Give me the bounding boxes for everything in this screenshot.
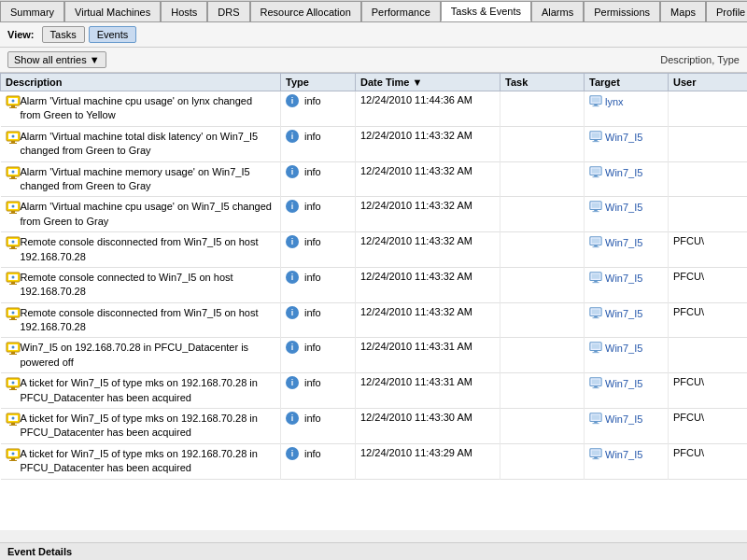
target-vm-icon [589, 376, 602, 391]
cell-datetime: 12/24/2010 11:43:32 AM [356, 126, 500, 161]
target-link[interactable]: Win7_I5 [605, 378, 642, 389]
tab-maps[interactable]: Maps [660, 1, 706, 21]
svg-rect-15 [592, 133, 600, 137]
tab-resource-allocation[interactable]: Resource Allocation [250, 1, 361, 21]
svg-point-67 [11, 346, 14, 349]
tab-drs[interactable]: DRS [207, 1, 249, 21]
show-entries-dropdown[interactable]: Show all entries ▼ [7, 51, 106, 68]
events-table-container: Description Type Date Time ▼ Task Target… [0, 73, 747, 530]
target-link[interactable]: Win7_I5 [605, 308, 642, 319]
svg-rect-97 [594, 456, 598, 458]
row-icon [6, 341, 21, 356]
col-header-task[interactable]: Task [500, 74, 585, 91]
table-row[interactable]: Alarm 'Virtual machine cpu usage' on lyn… [1, 91, 748, 127]
show-entries-label: Show all entries [14, 54, 87, 65]
col-header-type[interactable]: Type [281, 74, 356, 91]
info-icon: i [286, 200, 299, 213]
target-link[interactable]: Win7_I5 [605, 237, 642, 248]
cell-type: i info [281, 161, 356, 197]
cell-user: PFCU\ [669, 232, 748, 268]
svg-rect-96 [592, 450, 600, 455]
cell-type: i info [281, 409, 356, 444]
target-link[interactable]: Win7_I5 [605, 343, 642, 354]
target-link[interactable]: Win7_I5 [605, 132, 642, 143]
target-vm-icon [589, 200, 602, 215]
table-row[interactable]: Remote console connected to Win7_I5 on h… [1, 267, 748, 302]
description-text: A ticket for Win7_I5 of type mks on 192.… [21, 412, 276, 441]
info-icon: i [286, 165, 299, 178]
row-icon [6, 376, 21, 391]
cell-description: Remote console disconnected from Win7_I5… [1, 232, 281, 268]
cell-type: i info [281, 232, 356, 268]
cell-user [669, 197, 748, 232]
table-row[interactable]: Alarm 'Virtual machine memory usage' on … [1, 161, 748, 197]
table-row[interactable]: Alarm 'Virtual machine total disk latenc… [1, 126, 748, 161]
table-row[interactable]: Alarm 'Virtual machine cpu usage' on Win… [1, 197, 748, 232]
svg-point-4 [11, 100, 14, 103]
tab-performance[interactable]: Performance [361, 1, 441, 21]
target-link[interactable]: Win7_I5 [605, 167, 642, 178]
tab-tasks-events[interactable]: Tasks & Events [441, 1, 531, 21]
table-row[interactable]: Win7_I5 on 192.168.70.28 in PFCU_Datacen… [1, 338, 748, 373]
tab-profile-compliance[interactable]: Profile Compliance [706, 1, 747, 21]
svg-rect-62 [593, 317, 599, 318]
entries-right: Description, Type [660, 54, 740, 65]
description-text: Alarm 'Virtual machine memory usage' on … [21, 165, 276, 194]
cell-user: PFCU\ [669, 267, 748, 302]
svg-rect-89 [593, 423, 599, 424]
target-link[interactable]: Win7_I5 [605, 273, 642, 284]
cell-user [669, 338, 748, 373]
col-header-description[interactable]: Description [1, 74, 281, 91]
svg-rect-78 [592, 380, 600, 385]
tab-virtual-machines[interactable]: Virtual Machines [64, 1, 161, 21]
cell-description: Remote console disconnected from Win7_I5… [1, 302, 281, 338]
col-header-user[interactable]: User [669, 74, 748, 91]
svg-rect-98 [593, 458, 599, 459]
target-link[interactable]: Win7_I5 [605, 449, 642, 460]
info-icon: i [286, 130, 299, 143]
cell-task [500, 373, 585, 409]
cell-target: lynx [585, 91, 669, 127]
tab-alarms[interactable]: Alarms [531, 1, 584, 21]
row-icon [6, 235, 21, 250]
svg-rect-25 [594, 175, 598, 176]
cell-datetime: 12/24/2010 11:43:31 AM [356, 338, 500, 373]
cell-type: i info [281, 373, 356, 409]
target-link[interactable]: Win7_I5 [605, 202, 642, 213]
row-icon [6, 130, 21, 145]
svg-rect-75 [9, 389, 17, 390]
cell-task [500, 267, 585, 302]
target-link[interactable]: lynx [605, 96, 624, 107]
col-header-target[interactable]: Target [585, 74, 669, 91]
tab-summary[interactable]: Summary [0, 1, 64, 21]
target-link[interactable]: Win7_I5 [605, 413, 642, 425]
cell-user: PFCU\ [669, 409, 748, 444]
tasks-view-button[interactable]: Tasks [42, 26, 85, 43]
events-view-button[interactable]: Events [89, 26, 137, 43]
svg-rect-3 [9, 107, 17, 108]
type-text: info [304, 166, 321, 177]
table-row[interactable]: A ticket for Win7_I5 of type mks on 192.… [1, 373, 748, 409]
table-row[interactable]: Remote console disconnected from Win7_I5… [1, 232, 748, 268]
cell-type: i info [281, 91, 356, 127]
tab-hosts[interactable]: Hosts [161, 1, 207, 21]
cell-target: Win7_I5 [585, 409, 669, 444]
cell-type: i info [281, 267, 356, 302]
cell-type: i info [281, 338, 356, 373]
target-vm-icon [589, 235, 602, 250]
cell-description: Win7_I5 on 192.168.70.28 in PFCU_Datacen… [1, 338, 281, 373]
tab-permissions[interactable]: Permissions [584, 1, 660, 21]
table-row[interactable]: A ticket for Win7_I5 of type mks on 192.… [1, 409, 748, 444]
col-header-datetime[interactable]: Date Time ▼ [356, 74, 500, 91]
cell-datetime: 12/24/2010 11:43:29 AM [356, 443, 500, 479]
svg-rect-88 [594, 422, 598, 424]
svg-rect-16 [594, 139, 598, 141]
svg-rect-12 [9, 143, 17, 144]
description-text: Remote console disconnected from Win7_I5… [21, 235, 276, 264]
cell-task [500, 443, 585, 479]
description-text: A ticket for Win7_I5 of type mks on 192.… [21, 376, 276, 405]
tab-bar: Summary Virtual Machines Hosts DRS Resou… [0, 0, 747, 22]
table-row[interactable]: A ticket for Win7_I5 of type mks on 192.… [1, 443, 748, 479]
table-row[interactable]: Remote console disconnected from Win7_I5… [1, 302, 748, 338]
info-icon: i [286, 412, 299, 425]
